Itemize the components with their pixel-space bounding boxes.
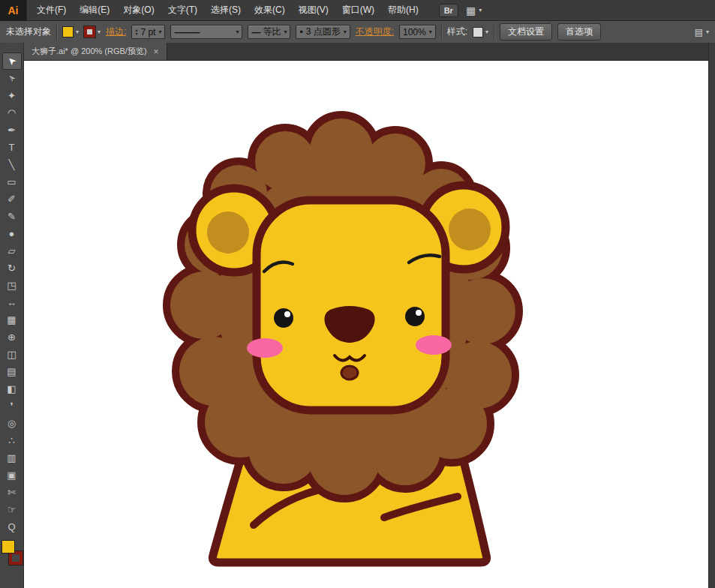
stroke-panel-link[interactable]: 描边: xyxy=(106,26,126,38)
tool-symbol-sprayer[interactable]: ∴ xyxy=(2,432,22,449)
tool-icon: Q xyxy=(8,522,15,532)
toolbar-grip[interactable]: · · xyxy=(8,43,16,52)
panel-dock-collapsed[interactable] xyxy=(708,43,715,588)
document-setup-button[interactable]: 文档设置 xyxy=(500,23,552,40)
tool-type[interactable]: T xyxy=(2,139,22,156)
tool-icon: ▤ xyxy=(7,367,16,376)
line-style-icon: ——— xyxy=(174,27,199,38)
tool-icon: ▣ xyxy=(7,470,16,480)
menu-效果(C)[interactable]: 效果(C) xyxy=(248,0,292,20)
tool-perspective-grid[interactable]: ◫ xyxy=(2,346,22,363)
tool-zoom[interactable]: Q xyxy=(2,518,22,536)
tool-magic-wand[interactable]: ✦ xyxy=(2,87,22,104)
tool-lasso[interactable]: ◠ xyxy=(2,104,22,122)
tool-pen[interactable]: ✒ xyxy=(2,122,22,139)
artboard-canvas[interactable] xyxy=(24,61,708,588)
tool-column-graph[interactable]: ▥ xyxy=(2,449,22,466)
tool-line-segment[interactable]: ╲ xyxy=(2,156,22,173)
lion-right-cheek xyxy=(416,335,452,355)
tool-gradient[interactable]: ◧ xyxy=(2,380,22,398)
fill-color-picker[interactable]: ▾ xyxy=(62,26,79,38)
tool-eyedropper[interactable]: ❜ xyxy=(2,398,22,415)
chevron-down-icon: ▾ xyxy=(76,28,79,35)
tool-shape-builder[interactable]: ⊕ xyxy=(2,328,22,346)
document-tab-title: 大狮子.ai* @ 200% (RGB/预览) xyxy=(32,46,147,57)
tool-selection[interactable]: ➤ xyxy=(2,52,22,70)
selection-status: 未选择对象 xyxy=(6,26,51,38)
illustrator-window: Ai 文件(F) 编辑(E) 对象(O) 文字(T) 选择(S) 效果(C) 视… xyxy=(0,0,715,588)
menu-文字(T)[interactable]: 文字(T) xyxy=(161,0,204,20)
close-icon[interactable]: × xyxy=(154,46,159,57)
chevron-down-icon: ▾ xyxy=(158,28,161,35)
tool-icon: ▦ xyxy=(7,315,16,325)
menu-窗口(W)[interactable]: 窗口(W) xyxy=(335,0,381,20)
control-panel-menu[interactable]: ▤ ▾ xyxy=(695,27,709,38)
style-swatch-dropdown[interactable]: ▾ xyxy=(473,27,488,38)
tool-scale[interactable]: ◳ xyxy=(2,277,22,294)
tool-rotate[interactable]: ↻ xyxy=(2,260,22,277)
stroke-width-spinner[interactable]: ▴ ▾ xyxy=(135,28,137,36)
tool-icon: T xyxy=(9,142,15,152)
tool-icon: ✐ xyxy=(8,194,16,204)
tool-pencil[interactable]: ✎ xyxy=(2,208,22,225)
brush-definition-dropdown[interactable]: • 3 点圆形 ▾ xyxy=(296,25,350,39)
stroke-width-combo[interactable]: ▴ ▾ 7 pt ▾ xyxy=(131,25,165,39)
chevron-down-icon: ▾ xyxy=(236,28,239,35)
bridge-button[interactable]: Br xyxy=(439,4,458,17)
lion-right-eye-highlight xyxy=(416,310,422,316)
tool-icon: ◫ xyxy=(7,350,16,359)
width-profile-dropdown[interactable]: — 等比 ▾ xyxy=(248,25,290,39)
tool-paintbrush[interactable]: ✐ xyxy=(2,190,22,208)
tool-blend[interactable]: ◎ xyxy=(2,415,22,432)
chevron-down-icon: ▾ xyxy=(706,28,709,35)
tool-blob-brush[interactable]: ● xyxy=(2,225,22,242)
workspace-grid-icon: ▦ xyxy=(466,4,476,16)
menu-视图(V)[interactable]: 视图(V) xyxy=(292,0,335,20)
brush-definition-value: 3 点圆形 xyxy=(306,26,341,38)
panel-icon: ▤ xyxy=(695,27,703,38)
tool-artboard[interactable]: ▣ xyxy=(2,466,22,484)
tool-hand[interactable]: ☞ xyxy=(2,501,22,518)
tool-direct-selection[interactable]: ➢ xyxy=(2,70,22,87)
document-tab[interactable]: 大狮子.ai* @ 200% (RGB/预览) × xyxy=(24,43,167,60)
lion-right-inner-ear xyxy=(449,208,491,250)
lion-artwork[interactable] xyxy=(24,61,708,588)
opacity-combo[interactable]: 100% ▾ xyxy=(399,25,436,39)
stroke-style-dropdown[interactable]: ——— ▾ xyxy=(170,25,242,39)
tool-eraser[interactable]: ▱ xyxy=(2,242,22,260)
tool-icon: ➢ xyxy=(5,72,18,85)
tool-icon: ● xyxy=(9,229,15,238)
menu-帮助(H)[interactable]: 帮助(H) xyxy=(381,0,425,20)
menu-文件(F)[interactable]: 文件(F) xyxy=(30,0,73,20)
tool-icon: ✄ xyxy=(8,488,16,497)
menu-编辑(E)[interactable]: 编辑(E) xyxy=(73,0,116,20)
fill-stroke-widget xyxy=(1,540,23,566)
tool-mesh[interactable]: ▤ xyxy=(2,363,22,380)
tool-rectangle[interactable]: ▭ xyxy=(2,173,22,190)
tool-icon: ◳ xyxy=(7,280,16,290)
style-label: 样式: xyxy=(447,26,467,38)
chevron-down-icon: ▾ xyxy=(485,28,488,35)
tool-width[interactable]: ↔ xyxy=(2,294,22,311)
chevron-down-icon: ▾ xyxy=(479,7,482,14)
fill-color-box[interactable] xyxy=(2,540,15,554)
control-bar: 未选择对象 ▾ ▾ 描边: ▴ ▾ 7 pt ▾ ——— ▾ — 等比 ▾ xyxy=(0,21,715,44)
tool-icon: ↔ xyxy=(7,298,17,308)
tools-panel: · · ➤ ➢ ✦ ◠ ✒ T ╲ xyxy=(0,43,24,588)
opacity-panel-link[interactable]: 不透明度: xyxy=(356,26,394,38)
lion-right-eye xyxy=(405,307,425,326)
menu-对象(O)[interactable]: 对象(O) xyxy=(116,0,161,20)
stroke-color-picker[interactable]: ▾ xyxy=(84,26,101,38)
tool-free-transform[interactable]: ▦ xyxy=(2,311,22,328)
arrange-documents-button[interactable]: ▦ ▾ xyxy=(466,4,482,16)
separator xyxy=(441,25,442,40)
tool-slice[interactable]: ✄ xyxy=(2,484,22,501)
fill-swatch-icon xyxy=(62,26,74,38)
tool-icon: ⊕ xyxy=(8,332,16,342)
preferences-button[interactable]: 首选项 xyxy=(557,23,601,40)
lion-left-eye xyxy=(274,308,293,328)
brush-dot-icon: • xyxy=(299,27,302,38)
document-tab-bar: 大狮子.ai* @ 200% (RGB/预览) × xyxy=(24,43,708,61)
menu-选择(S)[interactable]: 选择(S) xyxy=(204,0,248,20)
tool-icon: ◠ xyxy=(8,108,16,118)
